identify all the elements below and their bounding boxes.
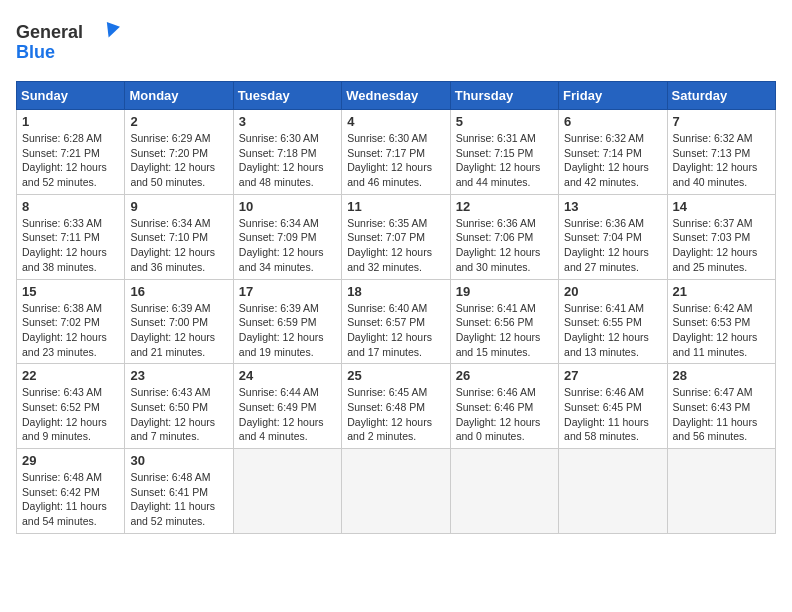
daylight: Daylight: 12 hours and 34 minutes. [239,246,324,273]
calendar-week-row: 1 Sunrise: 6:28 AM Sunset: 7:21 PM Dayli… [17,110,776,195]
calendar-day-cell: 1 Sunrise: 6:28 AM Sunset: 7:21 PM Dayli… [17,110,125,195]
calendar-day-cell: 14 Sunrise: 6:37 AM Sunset: 7:03 PM Dayl… [667,194,775,279]
day-detail: Sunrise: 6:34 AM Sunset: 7:09 PM Dayligh… [239,216,336,275]
day-detail: Sunrise: 6:41 AM Sunset: 6:56 PM Dayligh… [456,301,553,360]
day-number: 27 [564,368,661,383]
day-number: 16 [130,284,227,299]
daylight: Daylight: 12 hours and 32 minutes. [347,246,432,273]
weekday-header: Tuesday [233,82,341,110]
header: General Blue [16,16,776,71]
day-number: 23 [130,368,227,383]
day-number: 26 [456,368,553,383]
calendar-day-cell [667,449,775,534]
day-detail: Sunrise: 6:37 AM Sunset: 7:03 PM Dayligh… [673,216,770,275]
calendar-week-row: 15 Sunrise: 6:38 AM Sunset: 7:02 PM Dayl… [17,279,776,364]
calendar-day-cell: 3 Sunrise: 6:30 AM Sunset: 7:18 PM Dayli… [233,110,341,195]
sunrise: Sunrise: 6:37 AM [673,217,753,229]
sunrise: Sunrise: 6:32 AM [564,132,644,144]
daylight: Daylight: 12 hours and 9 minutes. [22,416,107,443]
day-number: 10 [239,199,336,214]
day-detail: Sunrise: 6:35 AM Sunset: 7:07 PM Dayligh… [347,216,444,275]
calendar-day-cell: 21 Sunrise: 6:42 AM Sunset: 6:53 PM Dayl… [667,279,775,364]
calendar-day-cell: 8 Sunrise: 6:33 AM Sunset: 7:11 PM Dayli… [17,194,125,279]
calendar-day-cell: 12 Sunrise: 6:36 AM Sunset: 7:06 PM Dayl… [450,194,558,279]
calendar-day-cell: 20 Sunrise: 6:41 AM Sunset: 6:55 PM Dayl… [559,279,667,364]
day-number: 1 [22,114,119,129]
sunset: Sunset: 6:45 PM [564,401,642,413]
day-detail: Sunrise: 6:39 AM Sunset: 6:59 PM Dayligh… [239,301,336,360]
sunrise: Sunrise: 6:29 AM [130,132,210,144]
day-number: 15 [22,284,119,299]
day-detail: Sunrise: 6:30 AM Sunset: 7:17 PM Dayligh… [347,131,444,190]
sunrise: Sunrise: 6:36 AM [456,217,536,229]
daylight: Daylight: 12 hours and 7 minutes. [130,416,215,443]
weekday-header: Saturday [667,82,775,110]
day-number: 9 [130,199,227,214]
sunset: Sunset: 6:42 PM [22,486,100,498]
day-detail: Sunrise: 6:30 AM Sunset: 7:18 PM Dayligh… [239,131,336,190]
daylight: Daylight: 11 hours and 54 minutes. [22,500,107,527]
sunrise: Sunrise: 6:43 AM [22,386,102,398]
sunset: Sunset: 7:17 PM [347,147,425,159]
sunset: Sunset: 7:06 PM [456,231,534,243]
sunset: Sunset: 7:00 PM [130,316,208,328]
daylight: Daylight: 12 hours and 40 minutes. [673,161,758,188]
calendar-week-row: 8 Sunrise: 6:33 AM Sunset: 7:11 PM Dayli… [17,194,776,279]
day-detail: Sunrise: 6:38 AM Sunset: 7:02 PM Dayligh… [22,301,119,360]
calendar-day-cell: 16 Sunrise: 6:39 AM Sunset: 7:00 PM Dayl… [125,279,233,364]
day-detail: Sunrise: 6:43 AM Sunset: 6:50 PM Dayligh… [130,385,227,444]
sunset: Sunset: 6:48 PM [347,401,425,413]
daylight: Daylight: 12 hours and 42 minutes. [564,161,649,188]
day-number: 13 [564,199,661,214]
day-detail: Sunrise: 6:34 AM Sunset: 7:10 PM Dayligh… [130,216,227,275]
daylight: Daylight: 12 hours and 23 minutes. [22,331,107,358]
day-number: 12 [456,199,553,214]
sunrise: Sunrise: 6:34 AM [239,217,319,229]
calendar-week-row: 29 Sunrise: 6:48 AM Sunset: 6:42 PM Dayl… [17,449,776,534]
sunset: Sunset: 7:07 PM [347,231,425,243]
sunrise: Sunrise: 6:48 AM [22,471,102,483]
sunset: Sunset: 7:10 PM [130,231,208,243]
day-detail: Sunrise: 6:41 AM Sunset: 6:55 PM Dayligh… [564,301,661,360]
sunrise: Sunrise: 6:33 AM [22,217,102,229]
day-number: 8 [22,199,119,214]
sunset: Sunset: 6:56 PM [456,316,534,328]
sunrise: Sunrise: 6:46 AM [456,386,536,398]
weekday-header: Friday [559,82,667,110]
calendar-day-cell: 6 Sunrise: 6:32 AM Sunset: 7:14 PM Dayli… [559,110,667,195]
day-number: 20 [564,284,661,299]
daylight: Daylight: 12 hours and 17 minutes. [347,331,432,358]
sunset: Sunset: 7:18 PM [239,147,317,159]
sunset: Sunset: 6:57 PM [347,316,425,328]
day-detail: Sunrise: 6:45 AM Sunset: 6:48 PM Dayligh… [347,385,444,444]
calendar-day-cell: 7 Sunrise: 6:32 AM Sunset: 7:13 PM Dayli… [667,110,775,195]
calendar-day-cell: 13 Sunrise: 6:36 AM Sunset: 7:04 PM Dayl… [559,194,667,279]
sunrise: Sunrise: 6:36 AM [564,217,644,229]
weekday-header: Thursday [450,82,558,110]
svg-text:Blue: Blue [16,42,55,62]
calendar-day-cell: 29 Sunrise: 6:48 AM Sunset: 6:42 PM Dayl… [17,449,125,534]
sunset: Sunset: 7:13 PM [673,147,751,159]
daylight: Daylight: 12 hours and 21 minutes. [130,331,215,358]
calendar-week-row: 22 Sunrise: 6:43 AM Sunset: 6:52 PM Dayl… [17,364,776,449]
sunset: Sunset: 7:04 PM [564,231,642,243]
svg-text:General: General [16,22,83,42]
sunset: Sunset: 7:09 PM [239,231,317,243]
daylight: Daylight: 12 hours and 15 minutes. [456,331,541,358]
day-number: 14 [673,199,770,214]
day-detail: Sunrise: 6:44 AM Sunset: 6:49 PM Dayligh… [239,385,336,444]
calendar-day-cell [450,449,558,534]
sunset: Sunset: 6:55 PM [564,316,642,328]
day-number: 4 [347,114,444,129]
day-detail: Sunrise: 6:32 AM Sunset: 7:14 PM Dayligh… [564,131,661,190]
day-number: 30 [130,453,227,468]
daylight: Daylight: 11 hours and 56 minutes. [673,416,758,443]
sunset: Sunset: 7:15 PM [456,147,534,159]
day-detail: Sunrise: 6:48 AM Sunset: 6:42 PM Dayligh… [22,470,119,529]
sunset: Sunset: 7:14 PM [564,147,642,159]
sunrise: Sunrise: 6:42 AM [673,302,753,314]
svg-marker-2 [102,22,120,40]
sunrise: Sunrise: 6:32 AM [673,132,753,144]
day-detail: Sunrise: 6:42 AM Sunset: 6:53 PM Dayligh… [673,301,770,360]
day-number: 17 [239,284,336,299]
